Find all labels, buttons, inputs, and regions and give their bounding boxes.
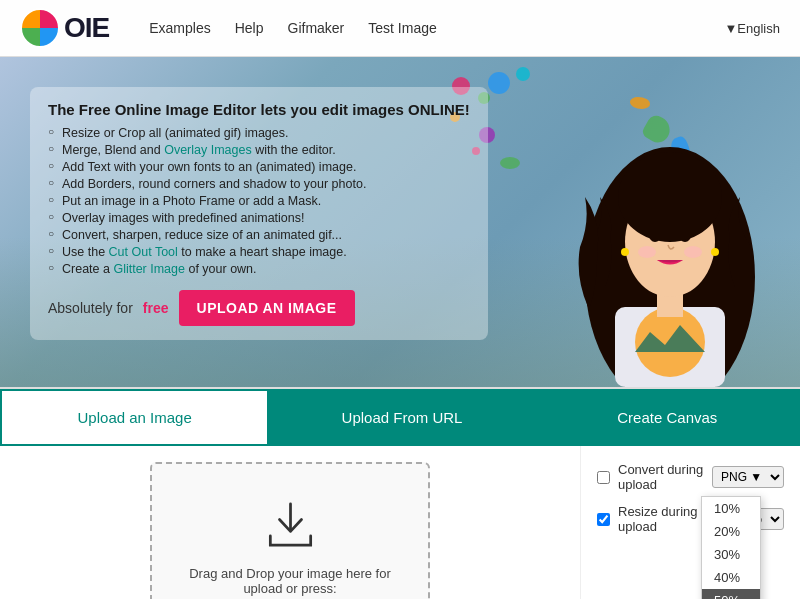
- nav-gifmaker[interactable]: Gifmaker: [288, 20, 345, 36]
- svg-point-9: [638, 246, 656, 258]
- hero-cta: Absolutely for free UPLOAD AN IMAGE: [48, 290, 470, 326]
- logo-text: OIE: [64, 12, 109, 44]
- convert-checkbox[interactable]: [597, 471, 610, 484]
- paint-splash-7: [516, 67, 530, 81]
- logo[interactable]: OIE: [20, 8, 109, 48]
- nav-testimage[interactable]: Test Image: [368, 20, 436, 36]
- free-label: free: [143, 300, 169, 316]
- cta-text: Absolutely for: [48, 300, 133, 316]
- tabs-container: Upload an Image Upload From URL Create C…: [0, 387, 800, 446]
- dd-20[interactable]: 20%: [702, 520, 760, 543]
- glitter-link[interactable]: Glitter Image: [113, 262, 185, 276]
- svg-point-13: [618, 152, 722, 242]
- convert-option-row: Convert during upload PNG ▼ JPG GIF BMP …: [597, 462, 784, 492]
- paint-splash-8: [500, 157, 520, 169]
- upload-icon: [260, 494, 320, 554]
- dd-10[interactable]: 10%: [702, 497, 760, 520]
- resize-checkbox[interactable]: [597, 513, 610, 526]
- size-dropdown-overlay[interactable]: 10% 20% 30% 40% 50% 60% 70% 80% 90%: [701, 496, 761, 599]
- feature-item: Add Text with your own fonts to an (anim…: [48, 160, 470, 174]
- options-panel: Convert during upload PNG ▼ JPG GIF BMP …: [580, 446, 800, 599]
- feature-item: Add Borders, round corners and shadow to…: [48, 177, 470, 191]
- feature-item: Resize or Crop all (animated gif) images…: [48, 126, 470, 140]
- nav-help[interactable]: Help: [235, 20, 264, 36]
- overlay-link[interactable]: Overlay Images: [164, 143, 252, 157]
- hero-illustration: [560, 77, 780, 387]
- hero-content: The Free Online Image Editor lets you ed…: [30, 87, 488, 340]
- feature-item: Overlay images with predefined animation…: [48, 211, 470, 225]
- tab-create-canvas[interactable]: Create Canvas: [535, 389, 800, 446]
- hero-heading: The Free Online Image Editor lets you ed…: [48, 101, 470, 118]
- dd-50[interactable]: 50%: [702, 589, 760, 599]
- nav-examples[interactable]: Examples: [149, 20, 210, 36]
- tab-upload-image[interactable]: Upload an Image: [0, 389, 269, 446]
- navigation: OIE Examples Help Gifmaker Test Image ▼E…: [0, 0, 800, 57]
- svg-point-15: [711, 248, 719, 256]
- feature-item: Merge, Blend and Overlay Images with the…: [48, 143, 470, 157]
- upload-panel: Drag and Drop your image here for upload…: [0, 446, 580, 599]
- main-content: Drag and Drop your image here for upload…: [0, 446, 800, 599]
- tab-upload-url[interactable]: Upload From URL: [269, 389, 534, 446]
- svg-point-14: [621, 248, 629, 256]
- feature-item: Put an image in a Photo Frame or add a M…: [48, 194, 470, 208]
- dd-40[interactable]: 40%: [702, 566, 760, 589]
- drop-text: Drag and Drop your image here for upload…: [172, 566, 408, 596]
- feature-item: Create a Glitter Image of your own.: [48, 262, 470, 276]
- feature-item: Convert, sharpen, reduce size of an anim…: [48, 228, 470, 242]
- language-selector[interactable]: ▼English: [724, 21, 780, 36]
- format-select[interactable]: PNG ▼ JPG GIF BMP WEBP: [712, 466, 784, 488]
- drop-zone[interactable]: Drag and Drop your image here for upload…: [150, 462, 430, 599]
- cutout-link[interactable]: Cut Out Tool: [109, 245, 178, 259]
- girl-svg: [560, 77, 780, 387]
- logo-icon: [20, 8, 60, 48]
- feature-item: Use the Cut Out Tool to make a heart sha…: [48, 245, 470, 259]
- upload-svg: [263, 497, 318, 552]
- feature-list: Resize or Crop all (animated gif) images…: [48, 126, 470, 276]
- hero-upload-button[interactable]: UPLOAD AN IMAGE: [179, 290, 355, 326]
- svg-point-10: [684, 246, 702, 258]
- nav-links: Examples Help Gifmaker Test Image: [149, 20, 437, 36]
- dd-30[interactable]: 30%: [702, 543, 760, 566]
- convert-label: Convert during upload: [618, 462, 704, 492]
- paint-splash-3: [488, 72, 510, 94]
- hero-section: The Free Online Image Editor lets you ed…: [0, 57, 800, 387]
